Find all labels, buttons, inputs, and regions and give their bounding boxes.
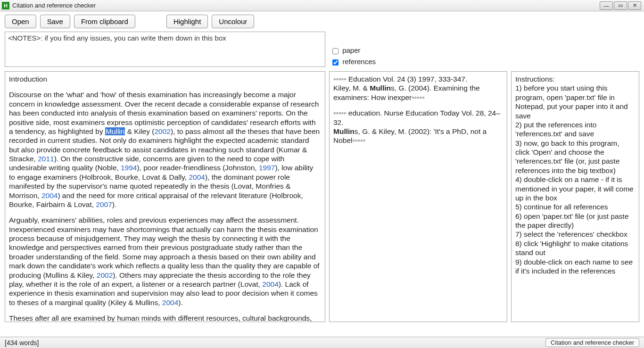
reference-entry: Kiley, M. & Mullins, G. (2004). Examinin… bbox=[333, 83, 503, 102]
maximize-button[interactable]: ▭ bbox=[614, 1, 627, 10]
instruction-line: 8) click 'Highlight' to make citations s… bbox=[515, 239, 635, 257]
references-checkbox-text: references bbox=[342, 58, 376, 66]
reference-entry: Mullins, G. & Kiley, M. (2002): 'It's a … bbox=[333, 127, 503, 145]
highlight-button[interactable]: Highlight bbox=[166, 15, 208, 28]
instruction-line: 9) double-click on each name to see if i… bbox=[515, 257, 635, 276]
uncolour-button[interactable]: Uncolour bbox=[212, 15, 254, 28]
paper-checkbox-text: paper bbox=[342, 46, 360, 54]
word-count: [434 words] bbox=[5, 339, 39, 347]
save-button[interactable]: Save bbox=[40, 15, 70, 28]
instruction-line: 1) before you start using this program, … bbox=[515, 83, 635, 120]
instruction-line: 4) double-click on a name - if it is men… bbox=[515, 175, 635, 202]
window-controls: — ▭ ✕ bbox=[600, 1, 641, 10]
highlighted-name[interactable]: Mullin bbox=[105, 127, 125, 135]
paper-pane[interactable]: Introduction Discourse on the 'what' and… bbox=[5, 71, 325, 322]
instruction-line: 2) put the references into 'references.t… bbox=[515, 120, 635, 139]
from-clipboard-button[interactable]: From clipboard bbox=[74, 15, 135, 28]
paper-paragraph-2: Arguably, examiners' abilities, roles an… bbox=[9, 215, 321, 307]
reference-entry: ◦◦◦◦◦ education. Nurse Education Today V… bbox=[333, 108, 503, 127]
close-button[interactable]: ✕ bbox=[628, 1, 641, 10]
instruction-line: 7) select the 'references' checkbox bbox=[515, 230, 635, 239]
references-checkbox[interactable] bbox=[332, 59, 339, 66]
notes-textarea[interactable] bbox=[5, 32, 325, 67]
title-bar: H Citation and reference checker — ▭ ✕ bbox=[0, 0, 644, 11]
instructions-pane[interactable]: Instructions: 1) before you start using … bbox=[511, 71, 639, 322]
checkbox-group: paper references bbox=[332, 45, 376, 67]
paper-checkbox[interactable] bbox=[332, 48, 339, 54]
app-icon: H bbox=[2, 2, 9, 9]
open-button[interactable]: Open bbox=[5, 15, 36, 28]
paper-heading: Introduction bbox=[9, 75, 321, 83]
reference-entry: ◦◦◦◦◦ Education Vol. 24 (3) 1997, 333-34… bbox=[333, 75, 503, 83]
references-pane[interactable]: ◦◦◦◦◦ Education Vol. 24 (3) 1997, 333-34… bbox=[329, 71, 507, 322]
instruction-line: 5) continue for all references bbox=[515, 202, 635, 211]
paper-paragraph-1: Discourse on the 'what' and 'how' of the… bbox=[9, 90, 321, 209]
instruction-line: 3) now, go back to this program, click '… bbox=[515, 139, 635, 175]
toolbar: Open Save From clipboard Highlight Uncol… bbox=[0, 11, 644, 32]
minimize-button[interactable]: — bbox=[600, 1, 613, 10]
status-bar: [434 words] Citation and reference check… bbox=[0, 337, 644, 348]
instructions-heading: Instructions: bbox=[515, 75, 635, 83]
paper-paragraph-3: Theses after all are examined by human m… bbox=[9, 314, 321, 322]
window-title: Citation and reference checker bbox=[12, 2, 96, 9]
paper-checkbox-label[interactable]: paper bbox=[332, 45, 376, 56]
status-chip: Citation and reference checker bbox=[545, 338, 639, 347]
references-checkbox-label[interactable]: references bbox=[332, 56, 376, 67]
instruction-line: 6) open 'paper.txt' file (or just paste … bbox=[515, 212, 635, 230]
